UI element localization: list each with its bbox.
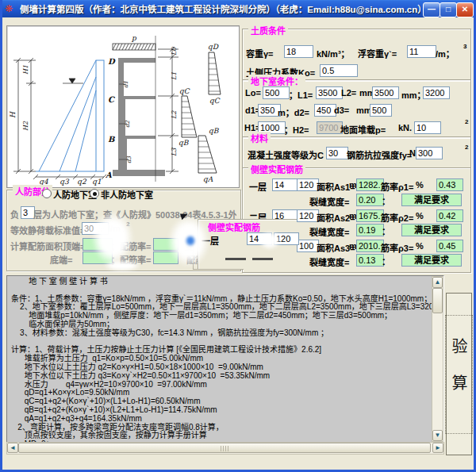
l1-input[interactable]: 3500 <box>316 86 343 99</box>
soil-legend: 土质条件 <box>248 24 288 36</box>
d2-input[interactable]: 450 <box>314 104 336 117</box>
ko-input[interactable]: 0.5 <box>320 64 358 77</box>
layer1-ratio-label: 筋率ρ1= <box>381 180 413 193</box>
material-legend: 材料 <box>248 132 271 144</box>
h2-label: ；H2= <box>284 123 309 136</box>
crack1-label: 裂缝宽度= <box>309 195 349 208</box>
lo-input[interactable]: 500 <box>263 86 290 99</box>
svg-text:A: A <box>105 171 113 179</box>
concrete-grade-input[interactable]: 30 <box>326 147 348 159</box>
svg-text:qA: qA <box>203 175 213 183</box>
radio-non-civil-defense-label[interactable]: 非人防地下室 <box>101 188 153 201</box>
lo-label: Lo= <box>245 88 261 98</box>
svg-text:qB: qB <box>209 127 220 135</box>
l2-unit: mm； <box>401 88 426 101</box>
svg-text:q2: q2 <box>77 178 87 186</box>
svg-text:L1: L1 <box>171 72 178 80</box>
app-icon: ❋ <box>5 3 16 14</box>
layer1-pct: % <box>416 180 424 190</box>
layer1-dia-input[interactable]: 14 <box>272 178 298 191</box>
floating-rebar-legend: 侧壁实配钢筋 <box>205 221 263 233</box>
minimize-button[interactable]: — <box>423 2 440 17</box>
render-artifact <box>259 231 281 250</box>
l1-label: ；L1= <box>289 88 313 101</box>
l3-input[interactable]: 3200 <box>423 86 450 99</box>
wall-diagram-panel: H H1 H2 q4 q3 q2 q1 p D C B A d1 d2 d3 L… <box>6 25 240 188</box>
report-hscrollbar[interactable]: ◄ ► <box>6 442 444 455</box>
calculation-report[interactable]: 地 下 室 侧 壁 计 算 书 条件：1、土质参数：容重γ=18kN/mm ，浮… <box>6 275 444 443</box>
crack2-status: 满足要求 <box>401 224 462 236</box>
layer3-spacing-input[interactable]: 100 <box>297 240 319 252</box>
h2-input: 9700 <box>317 121 343 134</box>
verify-button[interactable]: 验算 <box>446 293 472 455</box>
layer2-spacing-input[interactable]: 120 <box>297 209 319 222</box>
svg-text:qC: qC <box>179 87 190 95</box>
layer2-area-value: 1675. <box>356 209 384 222</box>
crack1-value: 0.20 <box>356 194 384 206</box>
svg-text:L2: L2 <box>171 110 178 119</box>
layer2-pct: % <box>416 211 424 221</box>
svg-text:d3: d3 <box>126 156 132 163</box>
crack3-status: 满足要求 <box>401 254 462 267</box>
surcharge-unit: kN. <box>398 123 412 132</box>
verify-button-label: 验算 <box>445 315 473 434</box>
report-vscrollbar[interactable]: ▲ ▼ <box>432 276 443 442</box>
crack2-label: 裂缝宽度= <box>309 225 349 238</box>
d3-label: d3= <box>334 106 349 115</box>
fy-unit: N <box>409 148 416 158</box>
scroll-right-icon[interactable]: ► <box>432 443 443 453</box>
crack3-colon: ： <box>382 255 390 267</box>
scroll-down-icon[interactable]: ▼ <box>432 430 443 441</box>
render-artifact <box>91 211 134 265</box>
svg-text:p: p <box>131 34 137 42</box>
svg-text:L3: L3 <box>171 148 178 156</box>
surcharge-label: 地面堆载p= <box>340 123 386 136</box>
app-window: ❋ 侧墙计算第四版（作者：北京中铁工建筑工程设计院深圳分院）（老虎：Email:… <box>0 0 476 472</box>
layer3-ratio-label: 筋率ρ3= <box>381 241 413 254</box>
fy-input[interactable]: 300 <box>416 147 443 159</box>
title-bar: ❋ 侧墙计算第四版（作者：北京中铁工建筑工程设计院深圳分院）（老虎：Email:… <box>0 0 476 17</box>
svg-text:q1: q1 <box>92 178 102 186</box>
scroll-left-icon[interactable]: ◄ <box>7 443 18 453</box>
gamma-input[interactable]: 18 <box>284 45 313 58</box>
d2-label: m；d2= <box>278 106 309 118</box>
concrete-grade-label: 混凝土强度等级为C <box>248 148 324 161</box>
surcharge-input[interactable]: 10 <box>414 121 441 134</box>
svg-text:H: H <box>9 111 17 118</box>
svg-text:D: D <box>108 57 116 66</box>
crack1-colon: ： <box>382 194 390 207</box>
calc-area-top-label: 计算配筋面积顶端= <box>10 240 85 252</box>
svg-text:qB: qB <box>178 139 190 147</box>
close-button[interactable]: ✕ <box>456 2 474 17</box>
maximize-button[interactable]: □ <box>440 2 457 17</box>
svg-text:L0: L0 <box>171 47 178 56</box>
scroll-up-icon[interactable]: ▲ <box>432 277 443 288</box>
crack2-colon: ： <box>382 224 390 237</box>
d3-input[interactable]: 500 <box>370 104 392 117</box>
hscroll-thumb[interactable] <box>18 443 431 453</box>
fy-label: 钢筋抗拉强度fy= <box>347 148 412 161</box>
layer1-ratio-value: 0.43 <box>436 178 463 191</box>
l2-input[interactable]: 3500 <box>372 86 399 99</box>
render-artifact <box>185 235 196 247</box>
crack2-value: 0.19 <box>356 224 384 236</box>
vscroll-thumb[interactable] <box>432 288 443 313</box>
buoyant-gamma-input[interactable]: 11 <box>407 45 436 58</box>
clipped-box-edge <box>225 258 246 260</box>
svg-text:qD: qD <box>208 43 219 51</box>
layer1-spacing-input[interactable]: 120 <box>297 178 319 191</box>
calc-area-bottom-label: 底端= <box>50 253 72 266</box>
radio-non-civil-defense[interactable] <box>90 189 99 198</box>
floor-label-pre: 负 <box>10 208 19 221</box>
clipped-box-edge <box>252 258 273 260</box>
soil-sup: 3 <box>463 43 466 50</box>
layer3-ratio-value: 0.45 <box>436 240 463 252</box>
svg-text:C: C <box>108 95 115 104</box>
svg-text:H1: H1 <box>22 65 29 75</box>
layer2-ratio-value: 0.42 <box>436 209 463 222</box>
layer1-area-value: 1282. <box>356 178 384 191</box>
radio-civil-defense[interactable] <box>42 189 52 198</box>
render-artifact <box>103 260 141 271</box>
window-title: 侧墙计算第四版（作者：北京中铁工建筑工程设计院深圳分院）（老虎：Email:h8… <box>20 2 420 15</box>
gamma-unit: kN/m³； <box>317 47 350 59</box>
